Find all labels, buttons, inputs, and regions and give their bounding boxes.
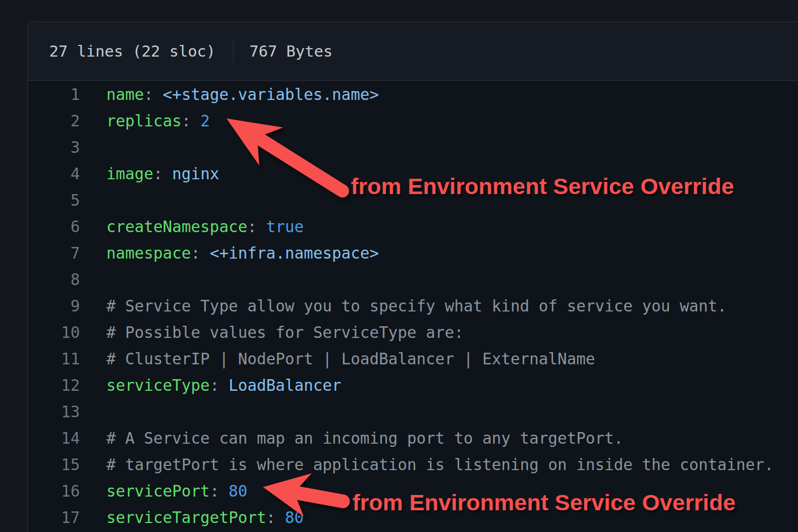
file-size-info: 767 Bytes bbox=[249, 42, 332, 60]
code-line-content: replicas: 2 bbox=[80, 108, 210, 134]
code-line-content: # targetPort is where application is lis… bbox=[80, 452, 774, 478]
line-number[interactable]: 17 bbox=[28, 505, 80, 531]
line-number[interactable]: 11 bbox=[28, 346, 80, 372]
code-line-content: image: nginx bbox=[80, 161, 219, 187]
code-line-7: 7namespace: <+infra.namespace> bbox=[28, 240, 798, 267]
code-line-content: namespace: <+infra.namespace> bbox=[80, 240, 379, 267]
code-line-content: servicePort: 80 bbox=[80, 478, 247, 505]
line-number[interactable]: 7 bbox=[28, 240, 80, 267]
line-number[interactable]: 3 bbox=[28, 134, 80, 161]
code-line-12: 12serviceType: LoadBalancer bbox=[28, 372, 798, 399]
code-line-content: serviceTargetPort: 80 bbox=[80, 505, 304, 531]
code-line-6: 6createNamespace: true bbox=[28, 214, 798, 240]
code-line-content: # A Service can map an incoming port to … bbox=[80, 425, 623, 452]
line-number[interactable]: 10 bbox=[28, 319, 80, 346]
file-viewer-card: 27 lines (22 sloc) 767 Bytes 1name: <+st… bbox=[28, 22, 798, 532]
line-number[interactable]: 16 bbox=[28, 478, 80, 505]
file-header: 27 lines (22 sloc) 767 Bytes bbox=[28, 22, 798, 81]
code-line-3: 3 bbox=[28, 134, 798, 161]
code-line-content bbox=[80, 134, 106, 161]
annotation-text-replicas: from Environment Service Override bbox=[351, 175, 734, 198]
code-line-content: # ClusterIP | NodePort | LoadBalancer | … bbox=[80, 346, 595, 372]
code-line-8: 8 bbox=[28, 267, 798, 293]
code-line-content: serviceType: LoadBalancer bbox=[80, 372, 341, 399]
line-number[interactable]: 15 bbox=[28, 452, 80, 478]
line-number[interactable]: 8 bbox=[28, 267, 80, 293]
code-line-2: 2replicas: 2 bbox=[28, 108, 798, 134]
code-line-9: 9# Service Type allow you to specify wha… bbox=[28, 293, 798, 319]
code-line-1: 1name: <+stage.variables.name> bbox=[28, 81, 798, 108]
line-number[interactable]: 5 bbox=[28, 187, 80, 214]
code-line-content: createNamespace: true bbox=[80, 214, 304, 240]
code-line-content: # Service Type allow you to specify what… bbox=[80, 293, 727, 319]
line-number[interactable]: 6 bbox=[28, 214, 80, 240]
code-line-content bbox=[80, 267, 106, 293]
code-line-15: 15# targetPort is where application is l… bbox=[28, 452, 798, 478]
line-number[interactable]: 1 bbox=[28, 81, 80, 108]
code-line-content bbox=[80, 399, 106, 425]
header-divider bbox=[233, 40, 233, 63]
line-number[interactable]: 13 bbox=[28, 399, 80, 425]
annotation-text-serviceport: from Environment Service Override bbox=[352, 491, 736, 514]
line-number[interactable]: 12 bbox=[28, 372, 80, 399]
code-line-content: # Possible values for ServiceType are: bbox=[80, 319, 464, 346]
code-line-10: 10# Possible values for ServiceType are: bbox=[28, 319, 798, 346]
line-number[interactable]: 9 bbox=[28, 293, 80, 319]
file-lines-info: 27 lines (22 sloc) bbox=[49, 42, 215, 60]
code-line-11: 11# ClusterIP | NodePort | LoadBalancer … bbox=[28, 346, 798, 372]
code-line-content: name: <+stage.variables.name> bbox=[80, 81, 379, 108]
code-line-13: 13 bbox=[28, 399, 798, 425]
line-number[interactable]: 4 bbox=[28, 161, 80, 187]
code-line-14: 14# A Service can map an incoming port t… bbox=[28, 425, 798, 452]
code-area: 1name: <+stage.variables.name>2replicas:… bbox=[28, 81, 798, 531]
line-number[interactable]: 2 bbox=[28, 108, 80, 134]
line-number[interactable]: 14 bbox=[28, 425, 80, 452]
code-line-content bbox=[80, 187, 106, 214]
